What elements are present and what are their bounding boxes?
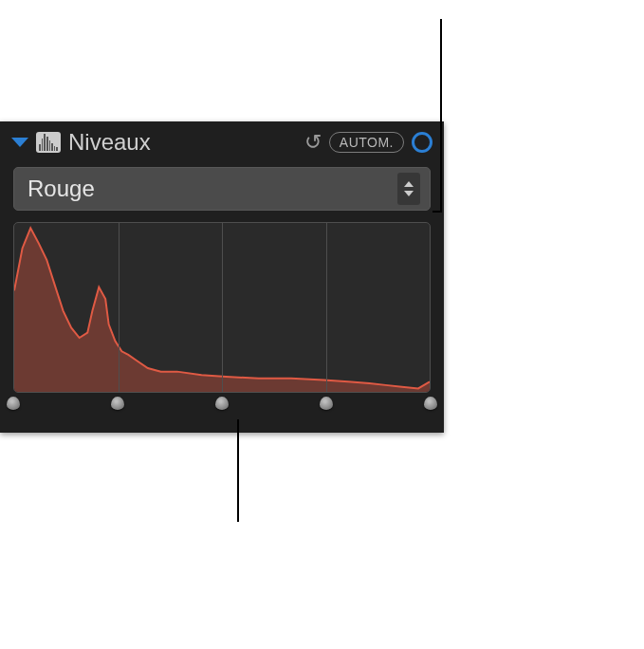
- callout-line-dropdown: [440, 19, 459, 213]
- auto-button[interactable]: AUTOM.: [329, 132, 404, 153]
- enable-ring-icon[interactable]: [412, 132, 432, 153]
- levels-handle[interactable]: [320, 397, 333, 410]
- levels-handle[interactable]: [215, 397, 229, 410]
- panel-header: Niveaux ↺ AUTOM.: [0, 121, 444, 163]
- levels-icon: [36, 132, 61, 153]
- grid-line: [222, 223, 223, 392]
- undo-icon[interactable]: ↺: [304, 130, 322, 155]
- handles-row: [13, 393, 431, 412]
- dropdown-stepper-icon: [397, 173, 420, 205]
- levels-panel: Niveaux ↺ AUTOM. Rouge: [0, 121, 444, 433]
- callout-line-handles: [237, 419, 239, 522]
- channel-dropdown[interactable]: Rouge: [13, 167, 431, 211]
- histogram: [13, 222, 431, 393]
- panel-title: Niveaux: [68, 129, 297, 156]
- levels-handle[interactable]: [7, 397, 20, 410]
- levels-handle[interactable]: [111, 397, 124, 410]
- disclosure-triangle-icon[interactable]: [11, 138, 28, 147]
- grid-line: [326, 223, 327, 392]
- levels-handle[interactable]: [424, 397, 437, 410]
- grid-line: [119, 223, 120, 392]
- channel-dropdown-label: Rouge: [28, 176, 397, 202]
